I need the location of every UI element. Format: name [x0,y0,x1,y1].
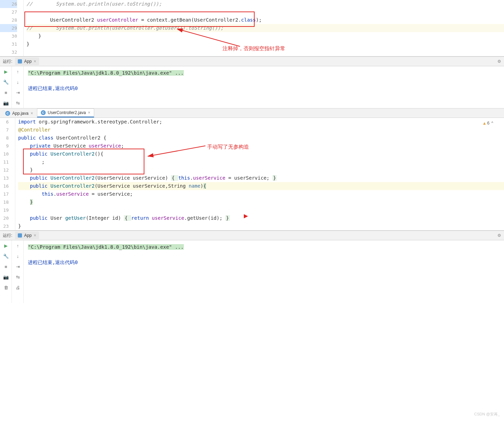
app-icon [18,59,22,63]
run-button[interactable]: ▶ [0,66,12,77]
run-tab-app[interactable]: App × [15,58,39,65]
run-label: 运行: [3,233,12,239]
class-icon: C [41,110,46,115]
wrap-icon[interactable]: ⇥ [12,87,24,98]
run-output-panel: ▶ 🔧 ■ 📷 ↑ ↓ ⇥ ⇆ "C:\Program Files\Java\j… [0,66,504,108]
app-icon [18,233,22,238]
output-cmd: "C:\Program Files\Java\jdk1.8.0_192\bin\… [28,70,184,76]
code-area[interactable]: 注释掉，否则报空指针异常 // System.out.println(user.… [24,0,504,56]
soft-wrap-icon[interactable]: ⇆ [12,98,24,108]
wrench-icon[interactable]: 🔧 [0,251,12,261]
gutter: 26272829303132 [0,0,24,56]
close-icon[interactable]: × [34,233,36,238]
run-output[interactable]: "C:\Program Files\Java\jdk1.8.0_192\bin\… [24,66,504,108]
camera-icon[interactable]: 📷 [0,272,12,282]
output-exit: 进程已结束,退出代码0 [28,258,500,266]
stop-button[interactable]: ■ [0,87,12,98]
run-toolbar: 运行: App × ⚙ [0,57,504,66]
gear-icon[interactable]: ⚙ [497,233,501,238]
close-icon[interactable]: × [34,59,36,64]
file-tab[interactable]: CUserController2.java× [37,108,94,118]
camera-icon[interactable]: 📷 [0,98,12,108]
file-tabs: CApp.java×CUserController2.java× [0,108,504,118]
run-tools-right: ↑ ↓ ⇥ ⇆ 🖨 [12,240,24,303]
class-icon: C [5,111,10,116]
gear-icon[interactable]: ⚙ [497,59,501,64]
run-toolbar: 运行: App × ⚙ [0,231,504,240]
up-icon[interactable]: ↑ [12,66,24,77]
run-output[interactable]: "C:\Program Files\Java\jdk1.8.0_192\bin\… [24,240,504,303]
run-label: 运行: [3,59,12,65]
down-icon[interactable]: ↓ [12,77,24,87]
run-output-panel: ▶ 🔧 ■ 📷 🗑 ↑ ↓ ⇥ ⇆ 🖨 "C:\Program Files\Ja… [0,240,504,303]
run-tools-left: ▶ 🔧 ■ 📷 🗑 [0,240,12,303]
output-exit: 进程已结束,退出代码0 [28,84,500,92]
file-tab-label: UserController2.java [48,110,86,115]
file-tab-label: App.java [12,111,29,116]
close-icon[interactable]: × [31,111,33,116]
run-tab-label: App [24,59,31,64]
down-icon[interactable]: ↓ [12,251,24,261]
gutter: 678910111213161718192023 [0,118,15,230]
wrench-icon[interactable]: 🔧 [0,77,12,87]
file-tab[interactable]: CApp.java× [1,109,37,118]
second-editor: 678910111213161718192023 ▲ 6 ⌃ 手动写了无参构造 … [0,118,504,231]
annotation-text: 手动写了无参构造 [207,143,249,151]
close-icon[interactable]: × [88,110,90,115]
run-tab-label: App [24,233,31,238]
warning-count: 6 [487,119,490,127]
trash-icon[interactable]: 🗑 [0,282,12,293]
output-cmd: "C:\Program Files\Java\jdk1.8.0_192\bin\… [28,244,184,250]
top-editor: 26272829303132 注释掉，否则报空指针异常 // System.ou… [0,0,504,57]
run-tools-right: ↑ ↓ ⇥ ⇆ [12,66,24,108]
run-button[interactable]: ▶ [0,240,12,251]
up-icon[interactable]: ↑ [12,240,24,251]
wrap-icon[interactable]: ⇥ [12,261,24,272]
chevron-icon: ⌃ [491,119,494,127]
run-tools-left: ▶ 🔧 ■ 📷 [0,66,12,108]
print-icon[interactable]: 🖨 [12,282,24,293]
warning-icon: ▲ [483,119,486,127]
run-tab-app[interactable]: App × [15,232,39,239]
warnings-badge[interactable]: ▲ 6 ⌃ [483,119,494,127]
code-area[interactable]: ▲ 6 ⌃ 手动写了无参构造 import org.springframewor… [15,118,504,230]
soft-wrap-icon[interactable]: ⇆ [12,272,24,282]
stop-button[interactable]: ■ [0,261,12,272]
annotation-text: 注释掉，否则报空指针异常 [223,45,285,53]
